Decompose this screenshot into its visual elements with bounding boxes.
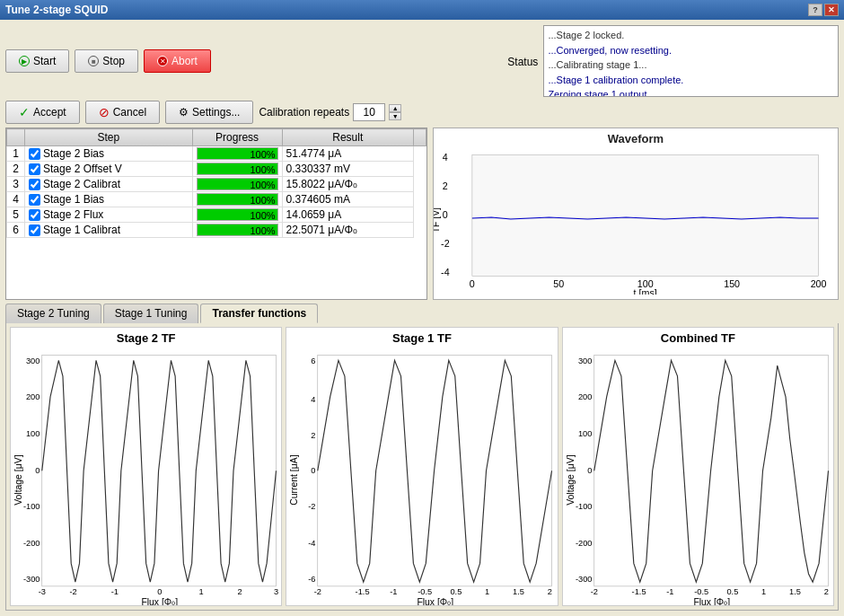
spinner-buttons: ▲ ▼ [389,104,401,120]
row-result: 51.4774 μA [282,146,413,162]
svg-text:-1: -1 [391,587,398,596]
row-progress-cell: 100% [192,146,282,162]
steps-table: Step Progress Result 1 Stage 2 Bias 100% [6,128,426,238]
row-step: Stage 1 Bias [25,192,193,207]
stop-button[interactable]: ■ Stop [75,49,138,73]
svg-text:-1.5: -1.5 [631,587,646,596]
svg-text:-1: -1 [111,587,119,596]
tab-transfer-functions[interactable]: Transfer functions [200,304,318,323]
svg-text:0: 0 [312,466,316,475]
settings-button[interactable]: ⚙ Settings... [165,101,253,124]
row-checkbox[interactable] [29,163,40,175]
svg-text:200: 200 [578,393,592,402]
svg-text:100: 100 [26,429,40,438]
svg-text:100: 100 [578,429,592,438]
second-buttons-row: ✓ Accept ⊘ Cancel ⚙ Settings... Calibrat… [5,101,839,124]
svg-text:-1: -1 [666,587,673,596]
svg-text:-2: -2 [441,238,450,249]
svg-text:-2: -2 [314,587,321,596]
svg-text:-1.5: -1.5 [356,587,370,596]
accept-button[interactable]: ✓ Accept [5,101,80,124]
scroll-col [414,129,426,146]
svg-text:TF [V]: TF [V] [434,207,441,233]
svg-text:2: 2 [443,180,448,191]
svg-text:t [ms]: t [ms] [634,287,657,295]
table-row: 1 Stage 2 Bias 100% 51.4774 μA [7,146,426,162]
row-result: 0.330337 mV [282,162,413,177]
svg-text:-300: -300 [576,576,593,585]
help-button[interactable]: ? [808,4,822,16]
stage2-tf-chart: Stage 2 TF Voltage [μV] 300 200 100 0 -1… [10,327,282,606]
svg-text:0: 0 [470,278,475,289]
table-row: 4 Stage 1 Bias 100% 0.374605 mA [7,192,426,207]
svg-text:Voltage [μV]: Voltage [μV] [13,455,23,506]
svg-text:Voltage [μV]: Voltage [μV] [565,455,575,506]
tab-bar: Stage 2 Tuning Stage 1 Tuning Transfer f… [5,304,839,323]
row-num: 5 [7,207,25,223]
row-result: 22.5071 μA/Φ₀ [282,223,413,238]
abort-button[interactable]: ✕ Abort [144,49,211,73]
progress-pct: 100% [250,179,275,191]
row-checkbox[interactable] [29,209,40,221]
close-button[interactable]: ✕ [824,4,839,16]
row-step: Stage 2 Bias [25,146,193,162]
progress-pct: 100% [250,163,275,176]
start-button[interactable]: ▶ Start [5,49,69,73]
svg-text:-200: -200 [23,539,40,548]
col-step: Step [25,129,193,146]
svg-text:2: 2 [548,587,552,596]
svg-text:2: 2 [312,432,316,441]
svg-text:0.5: 0.5 [726,587,738,596]
row-checkbox[interactable] [29,224,40,236]
stage2-tf-title: Stage 2 TF [11,328,281,345]
repeats-input[interactable]: 10 [353,103,385,121]
table-row: 6 Stage 1 Calibrat 100% 22.5071 μA/Φ₀ [7,223,426,238]
svg-text:-200: -200 [576,539,593,548]
svg-text:-6: -6 [309,576,316,585]
col-progress: Progress [192,129,282,146]
table-row: 5 Stage 2 Flux 100% 14.0659 μA [7,207,426,223]
cancel-icon: ⊘ [99,105,110,119]
row-checkbox[interactable] [29,148,40,160]
row-checkbox[interactable] [29,194,40,206]
table-row: 2 Stage 2 Offset V 100% 0.330337 mV [7,162,426,177]
row-step: Stage 2 Calibrat [25,177,193,192]
stage2-tf-svg: Voltage [μV] 300 200 100 0 -100 -200 -30… [11,345,281,605]
svg-text:1: 1 [199,587,204,596]
spinner-down[interactable]: ▼ [389,112,401,120]
svg-rect-6 [472,154,819,276]
row-checkbox[interactable] [29,179,40,190]
svg-text:0: 0 [157,587,162,596]
calibration-repeats: Calibration repeats 10 ▲ ▼ [259,103,401,121]
check-icon: ✓ [19,105,30,119]
top-buttons-row: ▶ Start ■ Stop ✕ Abort Status ...Stage 2… [5,25,839,97]
row-step: Stage 2 Flux [25,207,193,223]
row-progress-cell: 100% [192,192,282,207]
status-log: ...Stage 2 locked....Converged, now rese… [543,25,839,97]
svg-text:-2: -2 [69,587,76,596]
svg-text:300: 300 [578,356,592,365]
svg-text:1: 1 [761,587,766,596]
row-step: Stage 1 Calibrat [25,223,193,238]
stage1-tf-svg: Current [μA] 6 4 2 0 -2 -4 -6 -2 -1.5 -1… [286,345,557,605]
svg-text:4: 4 [312,395,316,404]
combined-tf-title: Combined TF [563,328,833,345]
progress-pct: 100% [250,209,275,222]
table-row: 3 Stage 2 Calibrat 100% 15.8022 μA/Φ₀ [7,177,426,192]
tab-stage1-tuning[interactable]: Stage 1 Tuning [103,304,199,323]
stop-icon: ■ [88,56,99,66]
abort-icon: ✕ [157,56,168,66]
svg-text:0: 0 [443,209,448,220]
svg-text:300: 300 [26,356,40,365]
row-num: 4 [7,192,25,207]
progress-bar-bg: 100% [197,163,278,175]
svg-text:-100: -100 [23,502,40,511]
svg-text:-3: -3 [39,587,46,596]
row-result: 0.374605 mA [282,192,413,207]
svg-text:-100: -100 [576,502,593,511]
tab-stage2-tuning[interactable]: Stage 2 Tuning [5,304,101,323]
window-controls: ? ✕ [808,4,839,16]
cancel-button[interactable]: ⊘ Cancel [85,101,160,124]
waveform-svg: 4 2 0 -2 -4 TF [V] 0 50 100 150 200 t [m… [434,145,838,295]
spinner-up[interactable]: ▲ [389,104,401,112]
